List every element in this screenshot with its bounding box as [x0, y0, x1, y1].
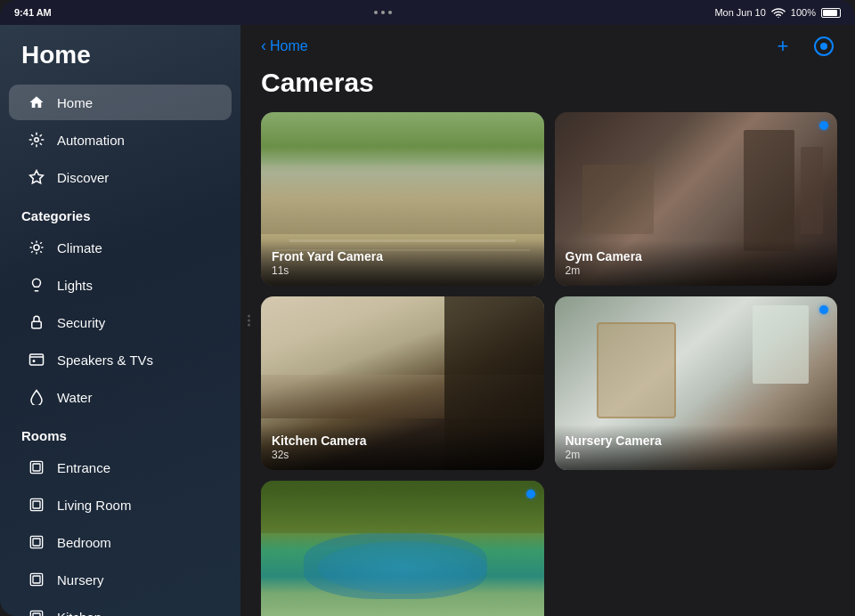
- svg-rect-19: [30, 536, 42, 547]
- gym-time: 2m: [566, 264, 827, 277]
- back-chevron-icon: ‹: [261, 36, 266, 55]
- nursery-time: 2m: [566, 449, 827, 461]
- sidebar-item-discover[interactable]: Discover: [9, 159, 232, 195]
- svg-line-5: [31, 242, 33, 244]
- status-bar: 9:41 AM Mon Jun 10 100%: [0, 0, 855, 25]
- livingroom-icon: [27, 495, 46, 515]
- camera-row-1: Front Yard Camera 11s Gy: [261, 112, 837, 286]
- kitchen-time: 32s: [272, 449, 533, 461]
- kitchen-name: Kitchen Camera: [272, 434, 533, 448]
- device-frame: 9:41 AM Mon Jun 10 100% Home: [0, 0, 855, 616]
- front-yard-overlay: Front Yard Camera 11s: [261, 240, 544, 286]
- svg-rect-18: [33, 501, 40, 508]
- nursery-overlay: Nursery Camera 2m: [555, 425, 838, 470]
- battery-percent: 100%: [791, 7, 816, 18]
- sidebar-bedroom-label: Bedroom: [57, 535, 111, 550]
- svg-line-9: [31, 251, 33, 253]
- kitchen-overlay: Kitchen Camera 32s: [261, 425, 544, 470]
- sidebar-nursery-label: Nursery: [57, 572, 104, 588]
- main-content: ‹ Home + Cameras: [243, 25, 855, 616]
- back-label: Home: [270, 38, 308, 54]
- sidebar: Home Home Automation: [0, 25, 240, 616]
- sidebar-kitchen-label: Kitchen: [57, 610, 102, 617]
- status-dot-2: [381, 11, 385, 14]
- camera-card-front-yard[interactable]: Front Yard Camera 11s: [261, 112, 544, 286]
- camera-card-kitchen[interactable]: Kitchen Camera 32s: [261, 296, 544, 470]
- sidebar-item-kitchen[interactable]: Kitchen: [9, 599, 232, 616]
- sidebar-automation-label: Automation: [57, 133, 125, 148]
- battery-fill: [823, 10, 837, 16]
- sidebar-item-water[interactable]: Water: [9, 379, 232, 415]
- status-right: Mon Jun 10 100%: [714, 7, 841, 18]
- svg-marker-1: [30, 171, 44, 183]
- sidebar-item-automation[interactable]: Automation: [9, 122, 232, 158]
- gym-name: Gym Camera: [566, 249, 827, 263]
- camera-row-3: Pool Camera: [261, 481, 837, 616]
- sidebar-entrance-label: Entrance: [57, 460, 110, 475]
- svg-point-2: [34, 245, 39, 250]
- sidebar-water-label: Water: [57, 390, 92, 405]
- svg-rect-11: [32, 321, 42, 328]
- status-time: 9:41 AM: [14, 7, 52, 18]
- camera-row-2: Kitchen Camera 32s Nursery Camera: [261, 296, 837, 470]
- security-icon: [27, 312, 46, 332]
- bedroom-icon: [27, 532, 46, 552]
- svg-rect-22: [33, 576, 40, 583]
- battery-icon: [821, 8, 841, 18]
- nursery-name: Nursery Camera: [566, 434, 827, 448]
- pool-thumbnail: [261, 481, 544, 616]
- camera-card-nursery[interactable]: Nursery Camera 2m: [555, 296, 838, 470]
- sidebar-home-label: Home: [57, 95, 93, 110]
- sidebar-discover-label: Discover: [57, 170, 109, 185]
- rooms-title: Rooms: [0, 416, 240, 449]
- svg-rect-17: [30, 498, 42, 510]
- camera-card-pool[interactable]: Pool Camera: [261, 481, 544, 616]
- svg-rect-16: [33, 464, 40, 471]
- sidebar-lights-label: Lights: [57, 278, 93, 293]
- sidebar-item-security[interactable]: Security: [9, 304, 232, 340]
- sidebar-item-nursery[interactable]: Nursery: [9, 562, 232, 597]
- discover-icon: [27, 167, 46, 187]
- front-yard-time: 11s: [272, 264, 533, 277]
- status-center: [374, 11, 392, 14]
- status-date: Mon Jun 10: [714, 7, 765, 18]
- svg-line-10: [40, 242, 42, 244]
- kitchen-icon: [27, 607, 46, 616]
- status-dot-1: [374, 11, 378, 14]
- sidebar-title: Home: [0, 41, 240, 84]
- svg-rect-15: [30, 461, 42, 473]
- sidebar-climate-label: Climate: [57, 240, 102, 255]
- nav-actions: +: [770, 33, 837, 60]
- gym-indicator: [819, 121, 828, 130]
- sidebar-livingroom-label: Living Room: [57, 498, 131, 513]
- page-title: Cameras: [243, 68, 855, 112]
- sidebar-item-home[interactable]: Home: [9, 85, 232, 120]
- home-icon: [27, 93, 46, 112]
- water-icon: [27, 387, 46, 407]
- main-layout: Home Home Automation: [0, 0, 855, 616]
- sidebar-item-livingroom[interactable]: Living Room: [9, 487, 232, 523]
- scene-button[interactable]: [810, 33, 837, 60]
- entrance-icon: [27, 458, 46, 477]
- gym-overlay: Gym Camera 2m: [555, 240, 838, 286]
- categories-title: Categories: [0, 196, 240, 229]
- back-button[interactable]: ‹ Home: [261, 37, 308, 55]
- nursery-indicator: [819, 305, 828, 314]
- status-dot-3: [388, 11, 392, 14]
- front-yard-name: Front Yard Camera: [272, 249, 533, 263]
- camera-grid: Front Yard Camera 11s Gy: [243, 112, 855, 616]
- add-button[interactable]: +: [770, 33, 796, 60]
- svg-rect-12: [30, 354, 44, 365]
- svg-point-14: [33, 361, 35, 362]
- camera-card-gym[interactable]: Gym Camera 2m: [555, 112, 838, 286]
- sidebar-item-entrance[interactable]: Entrance: [9, 450, 232, 485]
- sidebar-item-climate[interactable]: Climate: [9, 230, 232, 265]
- svg-rect-20: [33, 539, 40, 546]
- sidebar-security-label: Security: [57, 315, 105, 330]
- sidebar-item-lights[interactable]: Lights: [9, 267, 232, 303]
- automation-icon: [27, 130, 46, 150]
- sidebar-item-speakers[interactable]: Speakers & TVs: [9, 342, 232, 377]
- sidebar-item-bedroom[interactable]: Bedroom: [9, 524, 232, 560]
- wifi-icon: [771, 7, 786, 18]
- lights-icon: [27, 275, 46, 295]
